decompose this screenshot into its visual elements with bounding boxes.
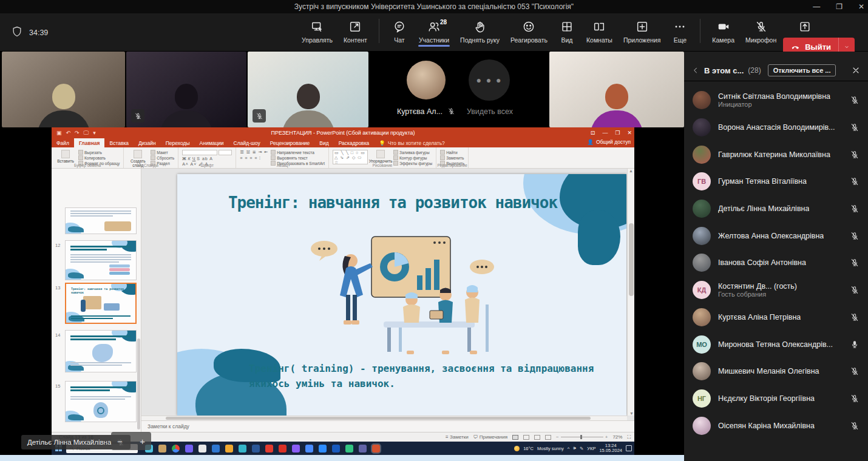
mic-off-icon[interactable] xyxy=(850,123,860,132)
normal-view-icon[interactable] xyxy=(512,435,518,440)
toolbar-button-mic-off[interactable]: Микрофон xyxy=(740,16,782,45)
ribbon-options-icon[interactable]: ⊡ xyxy=(591,130,595,136)
avatar[interactable] xyxy=(407,61,446,99)
mic-off-icon[interactable] xyxy=(850,258,860,268)
ppt-tab-7[interactable]: Рецензирование xyxy=(265,138,315,147)
ribbon-item[interactable]: Направление текста xyxy=(271,150,325,155)
slideshow-view-icon[interactable] xyxy=(545,435,551,440)
slide-thumbnail-12[interactable] xyxy=(65,240,137,280)
toolbar-button-more[interactable]: Еще xyxy=(666,16,694,45)
participant-row[interactable]: Куртєва Аліна Петрівна xyxy=(684,304,868,331)
mic-off-icon[interactable] xyxy=(850,204,860,214)
participant-row[interactable]: Гаврилюк Катерина Миколаївна xyxy=(684,141,868,168)
taskbar-app-icon-4[interactable] xyxy=(198,445,206,453)
mute-all-button[interactable]: Отключить все ... xyxy=(768,64,836,76)
ppt-tab-4[interactable]: Переходы xyxy=(161,138,195,147)
back-chevron-icon[interactable] xyxy=(691,66,700,75)
comments-toggle[interactable]: 🗩 Примечания xyxy=(473,434,507,440)
ppt-notes-bar[interactable]: Заметки к слайду xyxy=(141,420,634,432)
video-tile[interactable] xyxy=(549,52,684,127)
ribbon-item[interactable]: Сбросить xyxy=(151,155,174,160)
mic-off-icon[interactable] xyxy=(850,312,860,322)
taskbar-app-icon-1[interactable] xyxy=(158,445,166,453)
mic-off-icon[interactable] xyxy=(850,177,860,186)
horizontal-scrollbar[interactable] xyxy=(141,416,627,420)
taskbar-app-icon-6[interactable] xyxy=(225,445,233,453)
tray-caret[interactable]: ^ xyxy=(568,446,570,451)
participant-row[interactable]: Іванова Софія Антонівна xyxy=(684,249,868,277)
notes-toggle[interactable]: ≡ Заметки xyxy=(446,434,469,440)
taskbar-app-icon-9[interactable] xyxy=(265,445,273,453)
ribbon-item[interactable]: Найти xyxy=(440,150,464,155)
taskbar-app-icon-3[interactable] xyxy=(185,445,193,453)
tellme-box[interactable]: 💡Что вы хотите сделать? xyxy=(374,138,450,147)
participant-row[interactable]: Детільє Лінна Михайлівна xyxy=(684,195,868,223)
mic-off-icon[interactable] xyxy=(850,394,860,403)
weather-temp[interactable]: 16°C xyxy=(523,446,534,451)
taskbar-app-icon-8[interactable] xyxy=(252,445,260,453)
reading-view-icon[interactable] xyxy=(534,435,540,440)
toolbar-button-content[interactable]: Контент xyxy=(338,16,373,45)
taskbar-app-icon-16[interactable] xyxy=(359,445,367,453)
participant-row[interactable]: КД Костянтин Дв... (гость) Гость собрани… xyxy=(684,277,868,304)
mic-off-icon[interactable] xyxy=(850,421,860,431)
taskbar-app-icon-11[interactable] xyxy=(292,445,300,453)
zoom-level[interactable]: 72% xyxy=(612,434,622,440)
toolbar-button-smiley[interactable]: Реагировать xyxy=(505,16,553,45)
panel-close-icon[interactable] xyxy=(851,66,861,75)
mic-off-icon[interactable] xyxy=(850,366,860,376)
slide-thumbnail-13[interactable]: Тренінг: навчання та розвиток навичок xyxy=(65,283,137,324)
participant-row[interactable]: Ситнік Світлана Володимирівна Инициатор xyxy=(684,87,868,114)
weather-icon[interactable] xyxy=(514,446,520,451)
ppt-close-icon[interactable]: ✕ xyxy=(627,130,632,136)
ribbon-item[interactable]: Вырезать xyxy=(78,150,120,155)
taskbar-app-icon-10[interactable] xyxy=(279,445,287,453)
toolbar-button-chat[interactable]: Чат xyxy=(385,16,413,45)
zoom-slider[interactable]: −+ xyxy=(556,434,608,440)
ppt-tab-9[interactable]: Раскадровка xyxy=(334,138,375,147)
video-tile[interactable] xyxy=(126,52,246,127)
restore-icon[interactable]: ❐ xyxy=(836,2,843,11)
toolbar-button-hand[interactable]: Поднять руку xyxy=(455,16,505,45)
toolbar-button-manage[interactable]: Управлять xyxy=(296,16,338,45)
weather-desc[interactable]: Mostly sunny xyxy=(537,446,564,451)
mic-on-icon[interactable] xyxy=(850,340,860,349)
participant-row[interactable]: Ворона Анастасія Володимирів... xyxy=(684,114,868,141)
mic-off-icon[interactable] xyxy=(850,231,860,241)
zoom-in-button[interactable]: + xyxy=(140,436,145,446)
ppt-minimize-icon[interactable]: — xyxy=(602,130,608,136)
zoom-out-button[interactable]: − xyxy=(117,436,123,446)
ppt-share-button[interactable]: 👤Общий доступ xyxy=(587,139,631,145)
participant-row[interactable]: Мишкевич Меланія Олегівна xyxy=(684,358,868,385)
video-tile[interactable] xyxy=(2,52,125,127)
taskbar-app-icon-17[interactable] xyxy=(372,445,380,453)
language-indicator[interactable]: УКР xyxy=(587,446,595,451)
participant-row[interactable]: ГВ Гурман Тетяна Віталіївна xyxy=(684,168,868,195)
ribbon-item[interactable]: Копировать xyxy=(78,155,120,160)
ribbon-item[interactable]: Контур фигуры xyxy=(393,155,432,160)
slide-thumbnail-15[interactable] xyxy=(65,381,137,422)
see-all-button[interactable]: ● ● ● xyxy=(469,59,510,101)
ppt-tab-0[interactable]: Файл xyxy=(52,138,74,147)
video-tile[interactable] xyxy=(248,52,368,127)
toolbar-button-grid[interactable]: Вид xyxy=(553,16,581,45)
taskbar-app-icon-12[interactable] xyxy=(305,445,313,453)
ppt-restore-icon[interactable]: ❐ xyxy=(615,130,620,136)
slides-scrollbar[interactable] xyxy=(137,338,140,429)
ribbon-item[interactable]: Выровнять текст xyxy=(271,155,325,160)
taskbar-app-icon-7[interactable] xyxy=(239,445,246,453)
toolbar-button-rooms[interactable]: Комнаты xyxy=(581,16,618,45)
participant-row[interactable]: Желтова Анна Олександрівна xyxy=(684,222,868,249)
ribbon-item[interactable]: Заливка фигуры xyxy=(393,150,432,155)
sorter-view-icon[interactable] xyxy=(523,435,529,440)
minimize-icon[interactable]: — xyxy=(813,2,820,11)
fit-slide-icon[interactable]: ⛶ xyxy=(627,434,631,440)
toolbar-button-camera[interactable]: Камера xyxy=(707,16,740,45)
taskbar-app-icon-2[interactable] xyxy=(172,445,180,453)
taskbar-app-icon-15[interactable] xyxy=(345,445,353,453)
toolbar-button-people[interactable]: 28 Участники xyxy=(413,16,455,45)
taskbar-app-icon-13[interactable] xyxy=(319,445,327,453)
ppt-tab-1[interactable]: Главная xyxy=(74,138,105,147)
ppt-tab-6[interactable]: Слайд-шоу xyxy=(229,138,265,147)
ppt-tab-2[interactable]: Вставка xyxy=(104,138,134,147)
